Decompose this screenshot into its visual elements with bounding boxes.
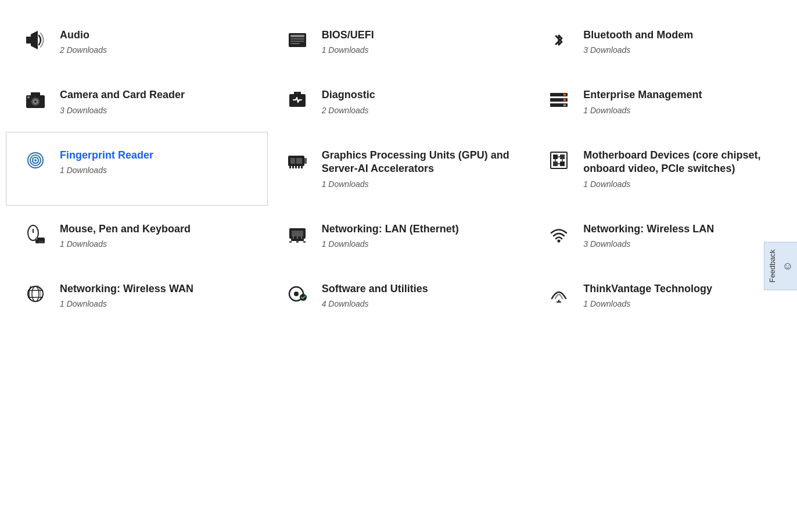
svg-rect-25 [290, 158, 295, 164]
bluetooth-icon [544, 30, 574, 51]
svg-rect-34 [560, 154, 565, 159]
svg-point-64 [294, 292, 299, 296]
feedback-label: Feedback [768, 249, 777, 282]
svg-rect-6 [290, 43, 300, 44]
category-title-diagnostic: Diagnostic [322, 88, 375, 102]
motherboard-icon [544, 150, 574, 171]
category-count-camera: 3 Downloads [60, 106, 185, 115]
svg-rect-45 [39, 241, 41, 242]
software-icon [282, 283, 313, 304]
category-info-mouse: Mouse, Pen and Keyboard1 Downloads [60, 222, 191, 249]
svg-rect-3 [290, 35, 304, 37]
svg-rect-53 [303, 241, 306, 243]
category-info-wlan: Networking: Wireless LAN3 Downloads [583, 222, 714, 249]
category-count-wwan: 1 Downloads [60, 299, 193, 308]
category-grid: Audio2 Downloads BIOS/UEFI1 Downloads Bl… [0, 0, 797, 337]
camera-icon [20, 89, 51, 110]
category-card-motherboard[interactable]: Motherboard Devices (core chipset, onboa… [529, 132, 791, 206]
svg-rect-5 [290, 41, 304, 42]
enterprise-icon [544, 89, 574, 110]
svg-rect-4 [290, 38, 304, 39]
category-card-camera[interactable]: Camera and Card Reader3 Downloads [6, 71, 268, 131]
feedback-tab[interactable]: ☺ Feedback [764, 242, 797, 290]
category-count-mouse: 1 Downloads [60, 239, 191, 249]
category-title-camera: Camera and Card Reader [60, 88, 185, 102]
category-count-fingerprint: 1 Downloads [60, 166, 153, 175]
category-count-wlan: 3 Downloads [583, 239, 714, 249]
svg-rect-29 [295, 166, 297, 168]
category-title-enterprise: Enterprise Management [583, 88, 702, 102]
category-title-wlan: Networking: Wireless LAN [583, 222, 714, 236]
category-card-bios[interactable]: BIOS/UEFI1 Downloads [268, 12, 530, 71]
svg-rect-54 [292, 231, 303, 236]
category-info-fingerprint: Fingerprint Reader1 Downloads [60, 149, 153, 175]
svg-rect-0 [26, 37, 31, 44]
category-info-software: Software and Utilities4 Downloads [322, 282, 428, 308]
category-card-gpu[interactable]: Graphics Processing Units (GPU) and Serv… [268, 132, 530, 206]
svg-marker-1 [31, 31, 38, 49]
svg-rect-30 [298, 166, 300, 168]
category-info-gpu: Graphics Processing Units (GPU) and Serv… [322, 149, 515, 189]
category-card-thinkvantage[interactable]: ThinkVantage Technology1 Downloads [529, 265, 791, 325]
category-info-motherboard: Motherboard Devices (core chipset, onboa… [583, 149, 777, 189]
gpu-icon [282, 150, 313, 171]
category-count-software: 4 Downloads [322, 299, 428, 308]
category-card-wwan[interactable]: Networking: Wireless WAN1 Downloads [6, 265, 268, 325]
svg-rect-12 [27, 96, 30, 98]
svg-rect-24 [304, 158, 307, 164]
category-card-mouse[interactable]: Mouse, Pen and Keyboard1 Downloads [6, 206, 268, 265]
wwan-icon [20, 283, 51, 304]
svg-point-11 [34, 100, 37, 103]
category-title-bluetooth: Bluetooth and Modem [583, 28, 693, 42]
category-card-diagnostic[interactable]: Diagnostic2 Downloads [268, 71, 530, 131]
svg-rect-46 [39, 242, 41, 243]
category-info-enterprise: Enterprise Management1 Downloads [583, 88, 702, 114]
thinkvantage-icon [544, 283, 574, 304]
svg-point-22 [34, 159, 37, 161]
category-count-thinkvantage: 1 Downloads [583, 299, 712, 308]
svg-rect-33 [553, 154, 558, 159]
category-card-software[interactable]: Software and Utilities4 Downloads [268, 265, 530, 325]
svg-point-58 [558, 239, 561, 242]
svg-rect-26 [296, 158, 302, 164]
svg-rect-51 [289, 241, 292, 243]
category-title-lan: Networking: LAN (Ethernet) [322, 222, 459, 236]
category-title-wwan: Networking: Wireless WAN [60, 282, 193, 296]
svg-rect-47 [41, 241, 43, 242]
category-card-bluetooth[interactable]: Bluetooth and Modem3 Downloads [529, 12, 791, 71]
category-count-bluetooth: 3 Downloads [583, 45, 693, 55]
svg-rect-31 [301, 166, 303, 168]
svg-rect-20 [563, 99, 566, 101]
category-title-bios: BIOS/UEFI [322, 28, 374, 42]
category-card-audio[interactable]: Audio2 Downloads [6, 12, 268, 71]
svg-point-60 [32, 286, 39, 301]
diagnostic-icon [282, 89, 313, 110]
svg-rect-48 [41, 242, 43, 243]
svg-rect-35 [553, 161, 558, 166]
category-card-enterprise[interactable]: Enterprise Management1 Downloads [529, 71, 791, 131]
category-info-audio: Audio2 Downloads [60, 28, 107, 55]
svg-rect-50 [291, 239, 304, 241]
category-card-fingerprint[interactable]: Fingerprint Reader1 Downloads [6, 132, 268, 206]
svg-rect-21 [563, 104, 566, 106]
category-count-enterprise: 1 Downloads [583, 106, 702, 115]
feedback-smiley-icon: ☺ [781, 260, 794, 272]
category-title-gpu: Graphics Processing Units (GPU) and Serv… [322, 149, 515, 176]
category-title-thinkvantage: ThinkVantage Technology [583, 282, 712, 296]
category-info-lan: Networking: LAN (Ethernet)1 Downloads [322, 222, 459, 249]
category-info-bios: BIOS/UEFI1 Downloads [322, 28, 374, 55]
category-info-diagnostic: Diagnostic2 Downloads [322, 88, 375, 114]
category-title-mouse: Mouse, Pen and Keyboard [60, 222, 191, 236]
fingerprint-icon [20, 150, 51, 171]
category-card-lan[interactable]: Networking: LAN (Ethernet)1 Downloads [268, 206, 530, 265]
category-info-wwan: Networking: Wireless WAN1 Downloads [60, 282, 193, 308]
svg-rect-52 [296, 241, 299, 243]
category-title-audio: Audio [60, 28, 107, 42]
svg-rect-27 [289, 166, 291, 168]
category-count-motherboard: 1 Downloads [583, 179, 777, 189]
category-card-wlan[interactable]: Networking: Wireless LAN3 Downloads [529, 206, 791, 265]
category-info-camera: Camera and Card Reader3 Downloads [60, 88, 185, 114]
svg-rect-8 [31, 92, 40, 96]
bios-icon [282, 30, 313, 51]
svg-point-44 [36, 238, 38, 239]
